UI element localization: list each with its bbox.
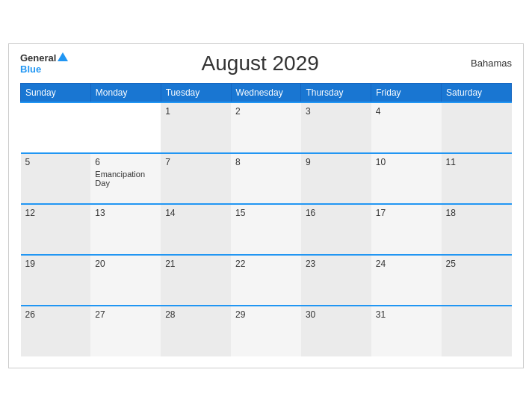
day-number: 26 bbox=[25, 309, 87, 320]
calendar-week-row: 19202122232425 bbox=[21, 255, 512, 306]
weekday-header-row: Sunday Monday Tuesday Wednesday Thursday… bbox=[21, 83, 512, 102]
calendar-day-cell: 22 bbox=[231, 255, 301, 306]
day-number: 29 bbox=[235, 309, 297, 320]
header-tuesday: Tuesday bbox=[161, 83, 231, 102]
header-monday: Monday bbox=[90, 83, 161, 102]
calendar-day-cell: 17 bbox=[371, 204, 442, 255]
day-number: 13 bbox=[95, 208, 156, 218]
calendar-day-cell: 29 bbox=[231, 306, 301, 356]
calendar-day-cell: 20 bbox=[90, 255, 161, 306]
day-number: 12 bbox=[25, 208, 87, 218]
day-number: 23 bbox=[306, 259, 367, 269]
calendar-day-cell: 16 bbox=[301, 204, 371, 255]
calendar-container: General Blue August 2029 Bahamas Sunday … bbox=[8, 43, 524, 368]
header-sunday: Sunday bbox=[21, 83, 91, 102]
calendar-day-cell: 19 bbox=[21, 255, 91, 306]
calendar-day-cell: 12 bbox=[21, 204, 91, 255]
calendar-day-cell: 7 bbox=[161, 153, 231, 204]
calendar-day-cell: 2 bbox=[231, 102, 301, 153]
calendar-day-cell: 3 bbox=[301, 102, 371, 153]
calendar-day-cell: 1 bbox=[161, 102, 231, 153]
calendar-day-cell: 15 bbox=[231, 204, 301, 255]
calendar-day-cell: 26 bbox=[21, 306, 91, 356]
day-number: 30 bbox=[306, 309, 367, 320]
day-number: 17 bbox=[376, 208, 437, 218]
day-number: 5 bbox=[25, 157, 87, 167]
header-friday: Friday bbox=[371, 83, 442, 102]
calendar-day-cell: 8 bbox=[231, 153, 301, 204]
country-label: Bahamas bbox=[452, 58, 512, 69]
day-number: 2 bbox=[235, 106, 297, 117]
header-wednesday: Wednesday bbox=[231, 83, 301, 102]
day-number: 15 bbox=[235, 208, 297, 218]
calendar-day-cell: 6Emancipation Day bbox=[90, 153, 161, 204]
header-saturday: Saturday bbox=[442, 83, 512, 102]
calendar-day-cell bbox=[442, 306, 512, 356]
calendar-day-cell: 18 bbox=[442, 204, 512, 255]
day-number: 7 bbox=[165, 157, 226, 167]
day-number: 22 bbox=[235, 259, 297, 269]
day-number: 8 bbox=[235, 157, 297, 167]
day-number: 31 bbox=[376, 309, 437, 320]
day-number: 9 bbox=[306, 157, 367, 167]
day-number: 4 bbox=[376, 106, 437, 117]
event-label: Emancipation Day bbox=[95, 170, 156, 188]
day-number: 28 bbox=[165, 309, 226, 320]
calendar-day-cell bbox=[21, 102, 91, 153]
calendar-day-cell: 31 bbox=[371, 306, 442, 356]
calendar-day-cell: 21 bbox=[161, 255, 231, 306]
logo-triangle-icon bbox=[58, 52, 68, 61]
calendar-table: Sunday Monday Tuesday Wednesday Thursday… bbox=[20, 83, 512, 356]
calendar-day-cell: 27 bbox=[90, 306, 161, 356]
calendar-day-cell: 11 bbox=[442, 153, 512, 204]
calendar-week-row: 12131415161718 bbox=[21, 204, 512, 255]
day-number: 18 bbox=[446, 208, 507, 218]
calendar-day-cell bbox=[442, 102, 512, 153]
calendar-day-cell: 28 bbox=[161, 306, 231, 356]
day-number: 27 bbox=[95, 309, 156, 320]
day-number: 16 bbox=[306, 208, 367, 218]
day-number: 19 bbox=[25, 259, 87, 269]
calendar-day-cell: 25 bbox=[442, 255, 512, 306]
calendar-day-cell: 24 bbox=[371, 255, 442, 306]
calendar-week-row: 1234 bbox=[21, 102, 512, 153]
calendar-day-cell: 13 bbox=[90, 204, 161, 255]
day-number: 11 bbox=[446, 157, 507, 167]
calendar-header: General Blue August 2029 Bahamas bbox=[20, 52, 512, 75]
day-number: 3 bbox=[306, 106, 367, 117]
month-title: August 2029 bbox=[68, 52, 452, 75]
day-number: 14 bbox=[165, 208, 226, 218]
logo: General Blue bbox=[20, 52, 68, 75]
day-number: 24 bbox=[376, 259, 437, 269]
day-number: 10 bbox=[376, 157, 437, 167]
calendar-week-row: 262728293031 bbox=[21, 306, 512, 356]
calendar-day-cell bbox=[90, 102, 161, 153]
logo-general: General bbox=[20, 52, 56, 64]
calendar-day-cell: 5 bbox=[21, 153, 91, 204]
calendar-day-cell: 14 bbox=[161, 204, 231, 255]
day-number: 20 bbox=[95, 259, 156, 269]
calendar-day-cell: 4 bbox=[371, 102, 442, 153]
day-number: 21 bbox=[165, 259, 226, 269]
day-number: 25 bbox=[446, 259, 507, 269]
logo-blue: Blue bbox=[20, 64, 41, 75]
header-thursday: Thursday bbox=[301, 83, 371, 102]
calendar-day-cell: 23 bbox=[301, 255, 371, 306]
calendar-day-cell: 30 bbox=[301, 306, 371, 356]
day-number: 1 bbox=[165, 106, 226, 117]
day-number: 6 bbox=[95, 157, 156, 167]
calendar-day-cell: 9 bbox=[301, 153, 371, 204]
calendar-week-row: 56Emancipation Day7891011 bbox=[21, 153, 512, 204]
calendar-day-cell: 10 bbox=[371, 153, 442, 204]
